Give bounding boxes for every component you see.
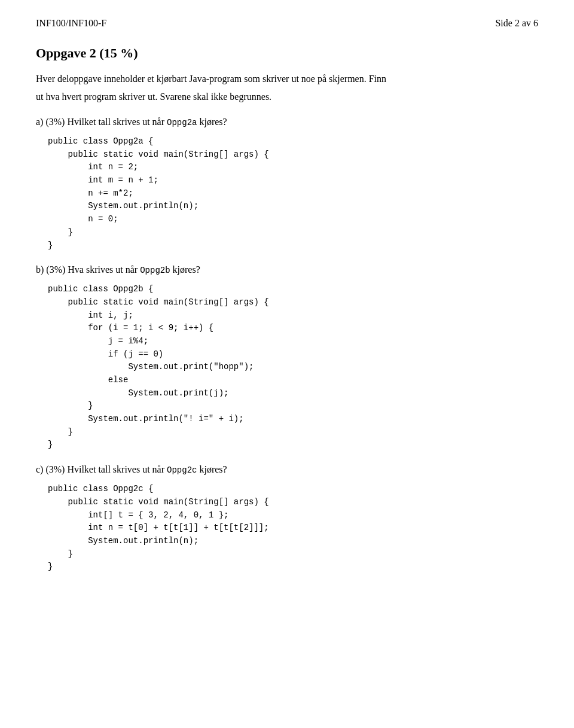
header-left: INF100/INF100-F (36, 18, 106, 29)
intro-line-1: Hver deloppgave inneholder et kjørbart J… (36, 72, 538, 86)
subsection-b-code-label: Oppg2b (140, 266, 170, 275)
section-title: Oppgave 2 (15 %) (36, 45, 538, 61)
intro-line-2: ut hva hvert program skriver ut. Svarene… (36, 90, 538, 104)
subsection-c-code-label: Oppg2c (167, 465, 197, 475)
code-block-a: public class Oppg2a { public static void… (48, 135, 538, 252)
page-header: INF100/INF100-F Side 2 av 6 (36, 18, 538, 29)
subsection-c-label: c) (3%) Hvilket tall skrives ut når Oppg… (36, 462, 538, 477)
code-block-c: public class Oppg2c { public static void… (48, 483, 538, 574)
code-block-b: public class Oppg2b { public static void… (48, 283, 538, 452)
subsection-a-label: a) (3%) Hvilket tall skrives ut når Oppg… (36, 115, 538, 129)
header-right: Side 2 av 6 (495, 18, 538, 29)
subsection-b-label: b) (3%) Hva skrives ut når Oppg2b kjøres… (36, 263, 538, 277)
subsection-a-code-label: Oppg2a (167, 118, 197, 127)
